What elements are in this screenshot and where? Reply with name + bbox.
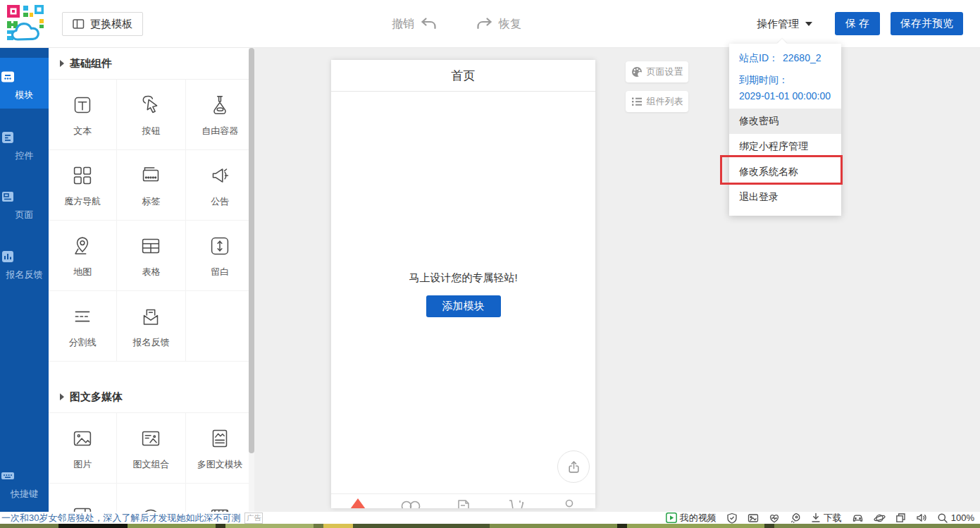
save-button[interactable]: 保 存 [835,12,880,35]
component-list-label: 组件列表 [647,95,683,108]
flask-icon [206,92,233,118]
add-module-button[interactable]: 添加模块 [426,295,501,317]
sidebar-item-shortcuts[interactable]: 快捷键 [0,458,49,501]
component-item-cutoff-1[interactable] [49,484,117,512]
section-caret-icon [60,60,64,67]
site-id-value: 22680_2 [783,52,821,65]
spacer-icon [206,233,233,259]
chevron-down-icon [805,22,812,26]
multi-image-text-icon [206,425,233,452]
health-icon[interactable] [769,512,780,524]
screenshot-icon[interactable] [748,512,759,524]
page-settings-label: 页面设置 [647,66,683,78]
save-and-preview-button[interactable]: 保存并预览 [891,12,963,35]
undo-icon [420,17,437,31]
component-item-table[interactable]: 表格 [117,221,185,291]
app-logo [6,4,45,43]
keyboard-icon [0,468,49,484]
component-item-feedback[interactable]: 报名反馈 [117,291,185,362]
window-icon[interactable] [895,512,906,523]
component-item-cutoff-3[interactable] [186,484,254,512]
menu-item-change-password[interactable]: 修改密码 [729,109,841,134]
panel-scrollbar-thumb[interactable] [249,48,254,453]
my-videos-button[interactable]: 我的视频 [666,512,717,524]
undo-button[interactable]: 撤销 [392,17,437,32]
profile-tab-icon [562,498,576,508]
component-item-image-text[interactable]: 图文组合 [117,413,185,484]
site-info: 站点ID： 22680_2 到期时间： 2029-01-01 00:00:00 [729,44,841,109]
home-tab-icon [347,498,369,508]
undo-label: 撤销 [392,17,414,32]
component-item-empty [186,291,254,362]
component-item-label: 分割线 [69,336,97,349]
zoom-control[interactable]: 100% [937,512,974,524]
film-icon [206,502,233,512]
planet-icon[interactable] [874,512,886,524]
ad-tag: 广告 [244,512,263,524]
component-item-multi-image-text[interactable]: 多图文模块 [186,413,254,484]
redo-button[interactable]: 恢复 [476,17,521,32]
component-item-container[interactable]: 自由容器 [186,80,254,150]
ad-ticker-link[interactable]: 一次和30岁女邻居独处，深入了解后才发现她如此深不可测 [1,512,240,524]
component-item-label: 标签 [142,195,160,208]
share-button[interactable] [557,450,590,483]
sidebar-item-feedback[interactable]: 报名反馈 [0,239,49,281]
component-item-label: 报名反馈 [132,336,169,349]
download-button[interactable]: 下载 [811,512,842,524]
component-item-image[interactable]: 图片 [49,413,117,484]
speaker-icon[interactable] [916,512,927,523]
component-item-label: 地图 [73,266,92,278]
sidebar-item-controls[interactable]: 控件 [0,120,49,162]
rocket-icon[interactable] [790,512,801,524]
menu-item-logout[interactable]: 退出登录 [729,185,841,210]
tab-home[interactable] [331,494,384,508]
change-template-button[interactable]: 更换模板 [62,12,143,36]
category-tab-icon [399,498,422,508]
sidebar-item-label: 模块 [0,89,49,102]
text-component-icon [69,92,96,118]
sidebar-item-label: 控件 [0,149,49,162]
component-item-label: 文本 [73,125,92,137]
sidebar-item-pages[interactable]: 页面 [0,179,49,221]
page-settings-button[interactable]: 页面设置 [626,61,688,82]
component-item-label: 多图文模块 [197,458,243,471]
shield-icon[interactable] [726,512,738,524]
play-icon [666,512,677,523]
component-item-divider[interactable]: 分割线 [49,291,117,362]
component-item-button[interactable]: 按钮 [117,80,185,150]
table-icon [137,233,164,259]
section-title: 图文多媒体 [70,391,123,404]
download-icon [811,512,821,523]
component-item-label: 表格 [142,266,160,278]
tag-icon [137,162,164,189]
tab-cart[interactable] [490,494,542,508]
component-item-label-tag[interactable]: 标签 [117,150,185,221]
section-basic-components[interactable]: 基础组件 [49,48,254,79]
tab-profile[interactable] [542,494,595,508]
mobile-tab-bar [331,493,595,508]
sidebar-item-modules[interactable]: 模块 [0,58,49,109]
tab-article[interactable] [437,494,490,508]
modules-icon [0,69,49,85]
site-id-label: 站点ID： [739,52,779,65]
component-item-map[interactable]: 地图 [49,221,117,291]
menu-item-rename-system[interactable]: 修改系统名称 [729,159,841,185]
share-icon [566,460,581,474]
car-icon[interactable] [852,512,864,523]
bar-chart-icon [0,249,49,264]
section-media-components[interactable]: 图文多媒体 [49,381,254,412]
tab-category[interactable] [384,494,437,508]
operations-dropdown-menu: 站点ID： 22680_2 到期时间： 2029-01-01 00:00:00 … [729,44,841,216]
component-item-text[interactable]: 文本 [49,80,117,150]
undo-redo-group: 撤销 恢复 [392,0,521,48]
component-list-button[interactable]: 组件列表 [626,91,688,112]
component-item-cube-nav[interactable]: 魔方导航 [49,150,117,221]
empty-canvas-hint: 马上设计您的专属轻站! [331,271,595,285]
component-item-announcement[interactable]: 公告 [186,150,254,221]
component-item-spacer[interactable]: 留白 [186,221,254,291]
component-item-cutoff-2[interactable] [117,484,185,512]
menu-item-bind-miniprogram[interactable]: 绑定小程序管理 [729,134,841,159]
envelope-icon [137,303,164,330]
page-header[interactable]: 首页 [331,60,595,92]
image-icon [69,425,96,452]
